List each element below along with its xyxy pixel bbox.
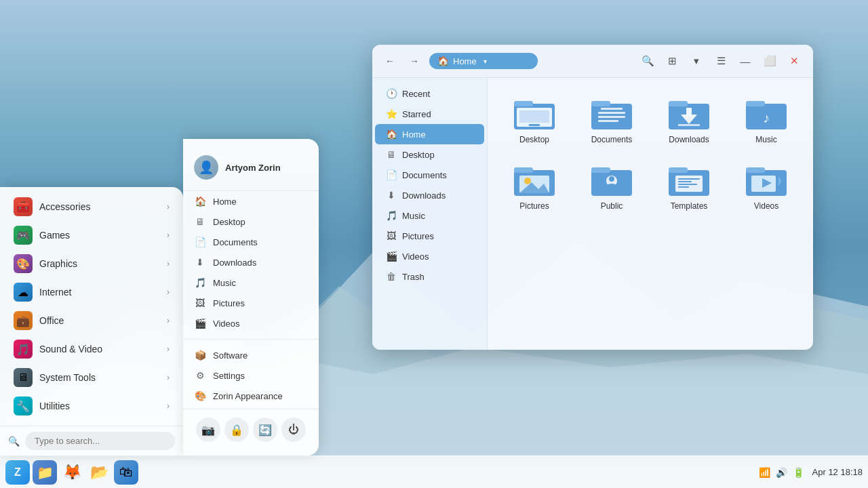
svg-text:♪: ♪: [763, 110, 770, 125]
svg-rect-23: [514, 167, 533, 173]
office-label: Office: [39, 315, 160, 326]
fm-menu-button[interactable]: ☰: [710, 50, 732, 72]
fm-location-bar[interactable]: 🏠 Home ▾: [429, 53, 538, 69]
pictures-label: Pictures: [213, 298, 245, 308]
sidebar-item-utilities[interactable]: 🔧 Utilities ›: [3, 392, 180, 420]
user-menu-videos[interactable]: 🎬 Videos: [183, 313, 319, 333]
pictures-icon: 🖼: [194, 298, 206, 308]
games-label: Games: [39, 230, 160, 241]
sidebar-item-internet[interactable]: ☁ Internet ›: [3, 278, 180, 306]
sound-label: Sound & Video: [39, 344, 160, 354]
battery-icon[interactable]: 🔋: [793, 467, 804, 478]
restart-button[interactable]: 🔄: [253, 418, 277, 442]
svg-rect-33: [669, 167, 688, 173]
fm-view-toggle-button[interactable]: ⊞: [661, 50, 683, 72]
pictures-folder-icon: 🖼: [386, 230, 397, 241]
internet-label: Internet: [39, 287, 160, 298]
power-button[interactable]: ⏻: [281, 418, 306, 442]
svg-rect-11: [598, 112, 625, 114]
user-menu-documents[interactable]: 📄 Documents: [183, 232, 319, 252]
fm-sidebar-downloads[interactable]: ⬇ Downloads: [375, 185, 484, 205]
user-menu-home[interactable]: 🏠 Home: [183, 191, 319, 211]
fm-sidebar-music[interactable]: 🎵 Music: [375, 205, 484, 226]
fm-back-button[interactable]: ←: [380, 52, 399, 70]
fm-view-dropdown-button[interactable]: ▾: [686, 50, 707, 72]
svg-rect-15: [669, 101, 688, 106]
user-menu-settings[interactable]: ⚙ Settings: [183, 365, 319, 386]
desktop-label: Desktop: [213, 217, 245, 227]
settings-icon: ⚙: [194, 370, 206, 381]
starred-icon: ⭐: [386, 108, 397, 119]
fm-home-icon: 🏠: [437, 56, 449, 66]
fm-sidebar-pictures[interactable]: 🖼 Pictures: [375, 226, 484, 246]
folder-music[interactable]: ♪ Music: [730, 89, 802, 150]
user-menu-pictures[interactable]: 🖼 Pictures: [183, 293, 319, 313]
documents-folder-name: Documents: [591, 135, 633, 144]
videos-icon: 🎬: [194, 318, 206, 329]
fm-close-button[interactable]: ✕: [783, 50, 805, 72]
fm-sidebar-recent[interactable]: 🕐 Recent: [375, 83, 484, 104]
accessories-label: Accessories: [39, 201, 160, 212]
music-label: Music: [213, 278, 236, 288]
fm-sidebar-desktop[interactable]: 🖥 Desktop: [375, 144, 484, 165]
taskbar-firefox-button[interactable]: 🦊: [60, 460, 84, 485]
folder-desktop[interactable]: Desktop: [498, 89, 570, 150]
search-input[interactable]: [25, 432, 175, 450]
folder-templates[interactable]: Templates: [653, 155, 725, 216]
folder-videos[interactable]: Videos: [730, 155, 802, 216]
lock-button[interactable]: 🔒: [224, 418, 249, 442]
fm-sidebar-videos[interactable]: 🎬 Videos: [375, 246, 484, 266]
user-menu-downloads[interactable]: ⬇ Downloads: [183, 252, 319, 272]
user-menu-appearance[interactable]: 🎨 Zorin Appearance: [183, 386, 319, 406]
accessories-arrow: ›: [167, 202, 170, 211]
pictures-folder-name: Pictures: [519, 201, 549, 211]
templates-folder-name: Templates: [671, 201, 708, 211]
taskbar-zorin-button[interactable]: Z: [5, 460, 30, 485]
fm-documents-label: Documents: [402, 170, 447, 180]
taskbar-nautilus-button[interactable]: 📂: [87, 460, 111, 485]
folder-downloads[interactable]: Downloads: [653, 89, 725, 150]
music-icon: 🎵: [194, 277, 206, 288]
fm-forward-button[interactable]: →: [405, 52, 424, 70]
downloads-folder-icon: ⬇: [386, 190, 397, 201]
taskbar-store-button[interactable]: 🛍: [114, 460, 138, 485]
folder-pictures[interactable]: Pictures: [498, 155, 570, 216]
nautilus-icon: 📂: [90, 464, 108, 481]
sidebar-item-system-tools[interactable]: 🖥 System Tools ›: [3, 363, 180, 392]
home-label: Home: [213, 197, 237, 207]
sidebar-item-office[interactable]: 💼 Office ›: [3, 306, 180, 335]
sidebar-item-accessories[interactable]: 🧰 Accessories ›: [3, 192, 180, 221]
desktop-folder-name: Desktop: [519, 135, 549, 144]
appearance-icon: 🎨: [194, 390, 206, 401]
fm-sidebar: 🕐 Recent ⭐ Starred 🏠 Home 🖥 Desktop 📄 Do…: [372, 78, 488, 350]
user-menu-desktop[interactable]: 🖥 Desktop: [183, 211, 319, 232]
fm-sidebar-starred[interactable]: ⭐ Starred: [375, 104, 484, 124]
volume-icon[interactable]: 🔊: [776, 467, 787, 478]
svg-point-30: [609, 176, 614, 182]
taskbar-files-button[interactable]: 📁: [33, 460, 57, 485]
search-icon: 🔍: [8, 436, 20, 447]
sidebar-item-graphics[interactable]: 🎨 Graphics ›: [3, 249, 180, 278]
fm-music-label: Music: [402, 211, 425, 221]
sidebar-item-sound-video[interactable]: 🎵 Sound & Video ›: [3, 335, 180, 363]
fm-sidebar-documents[interactable]: 📄 Documents: [375, 165, 484, 185]
user-menu-music[interactable]: 🎵 Music: [183, 272, 319, 293]
screenshot-button[interactable]: 📷: [196, 418, 220, 442]
fm-maximize-button[interactable]: ⬜: [759, 50, 781, 72]
fm-sidebar-trash[interactable]: 🗑 Trash: [375, 266, 484, 287]
user-menu-software[interactable]: 📦 Software: [183, 345, 319, 365]
fm-pictures-label: Pictures: [402, 231, 434, 241]
settings-label: Settings: [213, 371, 245, 381]
folder-public[interactable]: Public: [576, 155, 648, 216]
videos-folder-name: Videos: [754, 201, 778, 211]
fm-sidebar-home[interactable]: 🏠 Home: [375, 124, 484, 144]
svg-rect-6: [519, 110, 549, 123]
fm-search-button[interactable]: 🔍: [637, 50, 658, 72]
accessories-icon: 🧰: [14, 197, 33, 216]
fm-minimize-button[interactable]: —: [734, 50, 756, 72]
videos-folder-icon: 🎬: [386, 251, 397, 262]
folder-documents[interactable]: Documents: [576, 89, 648, 150]
trash-icon: 🗑: [386, 271, 397, 282]
sidebar-item-games[interactable]: 🎮 Games ›: [3, 221, 180, 249]
wifi-icon[interactable]: 📶: [759, 467, 770, 478]
